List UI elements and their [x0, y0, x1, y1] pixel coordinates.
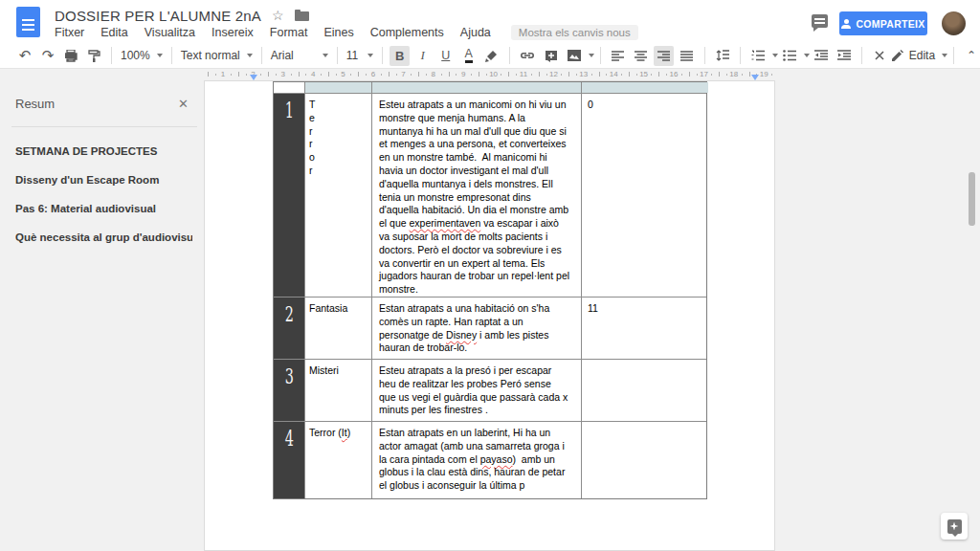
- italic-button[interactable]: I: [412, 46, 433, 66]
- increase-indent-button[interactable]: [834, 46, 854, 66]
- bulleted-list-dropdown[interactable]: [804, 54, 810, 57]
- line-spacing-button[interactable]: [712, 46, 732, 66]
- align-justify-button[interactable]: [677, 46, 697, 66]
- menu-fitxer[interactable]: Fitxer: [55, 26, 84, 39]
- description-cell[interactable]: Estan atrapats a una habitació on s'ha c…: [372, 298, 582, 359]
- zoom-select[interactable]: 100%: [118, 49, 166, 62]
- numbered-list-dropdown[interactable]: [772, 54, 778, 57]
- document-page[interactable]: 1 T e r r o r Esteu atrapats a un manico…: [204, 80, 775, 551]
- toolbar-separator: [382, 47, 383, 64]
- bold-button[interactable]: B: [390, 46, 410, 66]
- menu-ajuda[interactable]: Ajuda: [460, 26, 491, 39]
- category-cell[interactable]: Terror (It): [305, 422, 372, 498]
- table-row: 2 Fantasia Estan atrapats a una habitaci…: [274, 297, 706, 359]
- paragraph-style-select[interactable]: Text normal: [178, 49, 256, 62]
- ruler: 12345678910111213141516171819: [204, 69, 775, 80]
- description-cell[interactable]: Estan atrapats en un laberint, Hi ha un …: [372, 422, 582, 498]
- toolbar-separator: [704, 47, 705, 64]
- header-cell[interactable]: [274, 82, 305, 93]
- row-number-cell[interactable]: 4: [274, 422, 305, 498]
- docs-logo-lines: [22, 19, 34, 32]
- description-cell[interactable]: Esteu atrapats a la presó i per escapar …: [372, 360, 582, 421]
- folder-icon[interactable]: [295, 11, 309, 21]
- align-left-button[interactable]: [608, 46, 628, 66]
- bulleted-list-button[interactable]: [779, 46, 799, 66]
- outline-item-2[interactable]: Disseny d'un Escape Room: [15, 174, 192, 189]
- mode-label: Edita: [909, 49, 935, 62]
- menu-bar: Fitxer Edita Visualitza Insereix Format …: [55, 25, 638, 40]
- close-outline-icon[interactable]: ✕: [178, 97, 189, 111]
- row-number-cell[interactable]: 2: [274, 298, 305, 359]
- category-cell[interactable]: Misteri: [305, 360, 372, 421]
- content-table: 1 T e r r o r Esteu atrapats a un manico…: [273, 81, 707, 499]
- explore-icon: [947, 519, 962, 534]
- row-number-cell[interactable]: 3: [274, 360, 305, 421]
- toolbar-separator: [740, 47, 741, 64]
- numbered-list-button[interactable]: [747, 46, 768, 66]
- value-cell[interactable]: 0: [582, 94, 708, 297]
- share-button-label: COMPARTEIX: [856, 18, 924, 30]
- insert-comment-button[interactable]: [541, 46, 561, 66]
- insert-link-button[interactable]: [517, 46, 538, 66]
- description-cell[interactable]: Esteu atrapats a un manicomi on hi viu u…: [372, 94, 582, 297]
- align-right-button[interactable]: [654, 46, 674, 66]
- table-row: 4 Terror (It) Estan atrapats en un laber…: [274, 421, 706, 498]
- decrease-indent-button[interactable]: [811, 46, 831, 66]
- header-cell[interactable]: [582, 82, 708, 93]
- toolbar-separator: [337, 47, 338, 64]
- value-cell[interactable]: [582, 422, 708, 498]
- star-icon[interactable]: ☆: [272, 9, 284, 22]
- vertical-scrollbar-thumb[interactable]: [969, 172, 975, 226]
- category-cell[interactable]: T e r r o r: [305, 94, 372, 297]
- share-button[interactable]: COMPARTEIX: [839, 11, 927, 35]
- outline-item-3[interactable]: Pas 6: Material audiovisual: [15, 203, 192, 218]
- header-cell[interactable]: [305, 82, 372, 93]
- font-select[interactable]: Arial: [268, 49, 331, 62]
- redo-button[interactable]: ↷: [38, 46, 58, 66]
- menu-visualitza[interactable]: Visualitza: [145, 26, 195, 39]
- outline-item-1[interactable]: SETMANA DE PROJECTES: [15, 145, 192, 161]
- outline-item-4[interactable]: Què necessita al grup d'audiovisuals?: [15, 231, 192, 247]
- value-cell[interactable]: [582, 360, 708, 421]
- document-title[interactable]: DOSSIER PER L'ALUMNE 2nA: [55, 8, 261, 24]
- insert-image-button[interactable]: [564, 46, 584, 66]
- avatar[interactable]: [942, 11, 966, 35]
- comments-icon[interactable]: [812, 14, 828, 28]
- toolbar-separator: [600, 47, 601, 64]
- align-center-button[interactable]: [631, 46, 651, 66]
- print-button[interactable]: [61, 46, 81, 66]
- app-header: DOSSIER PER L'ALUMNE 2nA ☆ Fitxer Edita …: [0, 0, 980, 43]
- docs-logo-icon[interactable]: [16, 7, 40, 37]
- header-cell[interactable]: [372, 82, 582, 93]
- table-header-row[interactable]: [274, 82, 706, 93]
- editing-mode-select[interactable]: Edita: [891, 49, 947, 62]
- font-size-select[interactable]: 11: [344, 49, 376, 62]
- category-cell[interactable]: Fantasia: [305, 298, 372, 359]
- outline-sidebar: Resum ✕ SETMANA DE PROJECTES Disseny d'u…: [0, 80, 202, 540]
- menu-eines[interactable]: Eines: [323, 26, 353, 39]
- menu-complements[interactable]: Complements: [370, 26, 444, 39]
- explore-button[interactable]: [941, 513, 968, 540]
- text-color-button[interactable]: A: [458, 46, 479, 66]
- menu-edita[interactable]: Edita: [100, 26, 128, 39]
- insert-image-dropdown[interactable]: [589, 54, 594, 57]
- outline-divider: [11, 126, 197, 127]
- paint-format-button[interactable]: [84, 46, 104, 66]
- menu-insereix[interactable]: Insereix: [212, 26, 254, 39]
- toolbar-separator: [953, 47, 954, 64]
- menu-format[interactable]: Format: [270, 26, 308, 39]
- table-row: 3 Misteri Esteu atrapats a la presó i pe…: [274, 359, 706, 421]
- highlight-color-button[interactable]: [481, 46, 501, 66]
- collapse-toolbar-button[interactable]: ⌃: [962, 46, 980, 66]
- toolbar: ↶ ↷ 100% Text normal Arial 11 B I U A: [0, 43, 980, 69]
- toolbar-separator: [171, 47, 172, 64]
- toolbar-separator: [111, 47, 112, 64]
- undo-button[interactable]: ↶: [15, 46, 35, 66]
- show-new-changes-button[interactable]: Mostra els canvis nous: [511, 25, 638, 40]
- underline-button[interactable]: U: [435, 46, 456, 66]
- row-number-cell[interactable]: 1: [274, 94, 305, 297]
- value-cell[interactable]: 11: [582, 298, 708, 359]
- toolbar-separator: [261, 47, 262, 64]
- clear-formatting-button[interactable]: [869, 46, 889, 66]
- toolbar-separator: [861, 47, 862, 64]
